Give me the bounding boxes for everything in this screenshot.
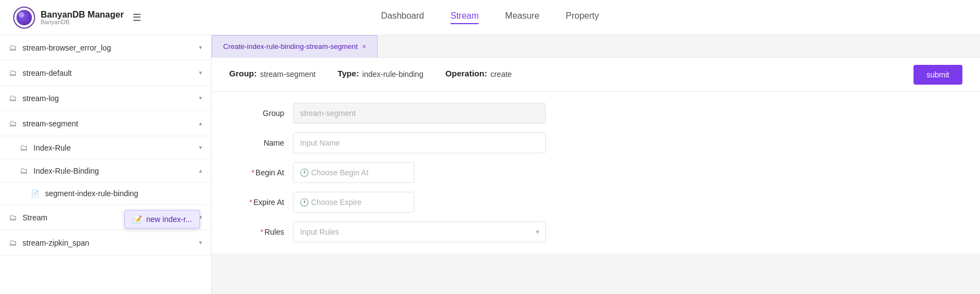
- tab-create-index-rule-binding[interactable]: Create-index-rule-binding-stream-segment…: [212, 35, 378, 57]
- sidebar-item-index-rule-binding[interactable]: 🗂 Index-Rule-Binding ▴: [0, 159, 211, 182]
- summary-bar: Group: stream-segment Type: index-rule-b…: [212, 58, 980, 92]
- summary-type-label: Type:: [337, 69, 359, 78]
- summary-operation-label: Operation:: [445, 69, 487, 78]
- sidebar: 🗂 stream-browser_error_log ▾ 🗂 stream-de…: [0, 35, 212, 294]
- sidebar-item-zipkin-span[interactable]: 🗂 stream-zipkin_span ▾: [0, 230, 211, 256]
- chevron-up-icon: ▴: [199, 167, 202, 174]
- sidebar-item-label: stream-segment: [23, 119, 78, 128]
- submit-button[interactable]: submit: [913, 65, 962, 85]
- tab-label: Create-index-rule-binding-stream-segment: [223, 42, 358, 51]
- top-nav: BanyanDB Manager BanyanDB ☰ Dashboard St…: [0, 0, 980, 35]
- sidebar-item-label: segment-index-rule-binding: [45, 189, 139, 198]
- sidebar-item-default[interactable]: 🗂 stream-default ▾: [0, 60, 211, 86]
- expire-at-input[interactable]: [293, 192, 414, 213]
- chevron-down-icon: ▾: [199, 44, 202, 51]
- group-label: Group: [229, 109, 284, 118]
- required-star: *: [250, 198, 252, 207]
- main-layout: 🗂 stream-browser_error_log ▾ 🗂 stream-de…: [0, 35, 980, 294]
- required-star: *: [251, 168, 254, 177]
- folder-icon: 🗂: [9, 93, 17, 103]
- begin-at-wrap: 🕐: [293, 162, 546, 183]
- menu-icon[interactable]: ☰: [132, 12, 141, 24]
- folder-icon: 🗂: [9, 43, 17, 52]
- new-item-popup[interactable]: 📝 new index-r...: [124, 210, 200, 229]
- nav-measure[interactable]: Measure: [505, 11, 539, 24]
- brand-sub: BanyanDB: [41, 19, 124, 25]
- required-star: *: [261, 228, 263, 236]
- tab-close-icon[interactable]: ×: [362, 43, 366, 51]
- nav-dashboard[interactable]: Dashboard: [381, 11, 424, 24]
- summary-operation-value: create: [490, 69, 512, 80]
- nav-stream[interactable]: Stream: [450, 11, 479, 24]
- chevron-up-icon: ▴: [199, 120, 202, 127]
- brand-name: BanyanDB Manager: [41, 10, 124, 19]
- sidebar-item-index-rule[interactable]: 🗂 Index-Rule ▾: [0, 136, 211, 159]
- form-panel: Group: stream-segment Type: index-rule-b…: [212, 58, 980, 253]
- folder-icon: 🗂: [20, 166, 28, 175]
- summary-group: Group: stream-segment: [229, 69, 315, 80]
- sidebar-item-label: stream-browser_error_log: [23, 43, 111, 52]
- rules-label: *Rules: [229, 228, 284, 236]
- form-row-expire-at: *Expire At 🕐: [229, 192, 962, 213]
- group-input[interactable]: [293, 103, 546, 124]
- expire-at-wrap: 🕐: [293, 192, 546, 213]
- form-fields: Group Name *Begin At 🕐: [212, 92, 980, 253]
- name-input[interactable]: [293, 132, 546, 153]
- folder-icon: 🗂: [20, 143, 28, 152]
- summary-group-label: Group:: [229, 69, 257, 78]
- chevron-down-icon: ▾: [199, 95, 202, 102]
- form-row-group: Group: [229, 103, 962, 124]
- content-area: Create-index-rule-binding-stream-segment…: [212, 35, 980, 294]
- chevron-down-icon: ▾: [199, 69, 202, 76]
- sidebar-item-segment[interactable]: 🗂 stream-segment ▴: [0, 111, 211, 136]
- new-item-label: new index-r...: [146, 215, 192, 224]
- folder-icon: 🗂: [9, 68, 17, 77]
- summary-type-value: index-rule-binding: [362, 69, 423, 80]
- expire-at-label: *Expire At: [229, 198, 284, 207]
- rules-select[interactable]: Input Rules: [293, 221, 546, 242]
- nav-property[interactable]: Property: [566, 11, 599, 24]
- summary-type: Type: index-rule-binding: [337, 69, 423, 80]
- sidebar-item-label: stream-log: [23, 94, 59, 103]
- file-icon: 📄: [31, 190, 40, 198]
- tab-bar: Create-index-rule-binding-stream-segment…: [212, 35, 980, 58]
- sidebar-item-label: Index-Rule: [34, 143, 71, 152]
- chevron-down-icon: ▾: [199, 144, 202, 151]
- folder-icon: 🗂: [9, 119, 17, 128]
- folder-icon: 🗂: [9, 213, 17, 222]
- main-nav: Dashboard Stream Measure Property: [381, 11, 599, 24]
- sidebar-item-label: Index-Rule-Binding: [34, 167, 99, 175]
- summary-operation: Operation: create: [445, 69, 512, 80]
- sidebar-item-log[interactable]: 🗂 stream-log ▾: [0, 86, 211, 111]
- logo-area: BanyanDB Manager BanyanDB ☰: [13, 7, 141, 29]
- logo-icon: [13, 7, 35, 29]
- sidebar-item-label: stream-default: [23, 69, 71, 77]
- begin-at-label: *Begin At: [229, 168, 284, 177]
- sidebar-item-browser-error-log[interactable]: 🗂 stream-browser_error_log ▾: [0, 35, 211, 60]
- sidebar-item-segment-index-rule-binding[interactable]: 📄 segment-index-rule-binding: [0, 182, 211, 205]
- name-label: Name: [229, 138, 284, 147]
- begin-at-input[interactable]: [293, 162, 414, 183]
- summary-group-value: stream-segment: [260, 69, 315, 80]
- sidebar-item-label: stream-zipkin_span: [23, 238, 89, 247]
- form-row-name: Name: [229, 132, 962, 153]
- sidebar-item-label: Stream: [23, 213, 47, 222]
- folder-icon: 🗂: [9, 238, 17, 247]
- chevron-down-icon: ▾: [199, 239, 202, 246]
- form-row-begin-at: *Begin At 🕐: [229, 162, 962, 183]
- document-plus-icon: 📝: [132, 215, 142, 224]
- form-row-rules: *Rules Input Rules ▾: [229, 221, 962, 242]
- rules-select-wrap: Input Rules ▾: [293, 221, 546, 242]
